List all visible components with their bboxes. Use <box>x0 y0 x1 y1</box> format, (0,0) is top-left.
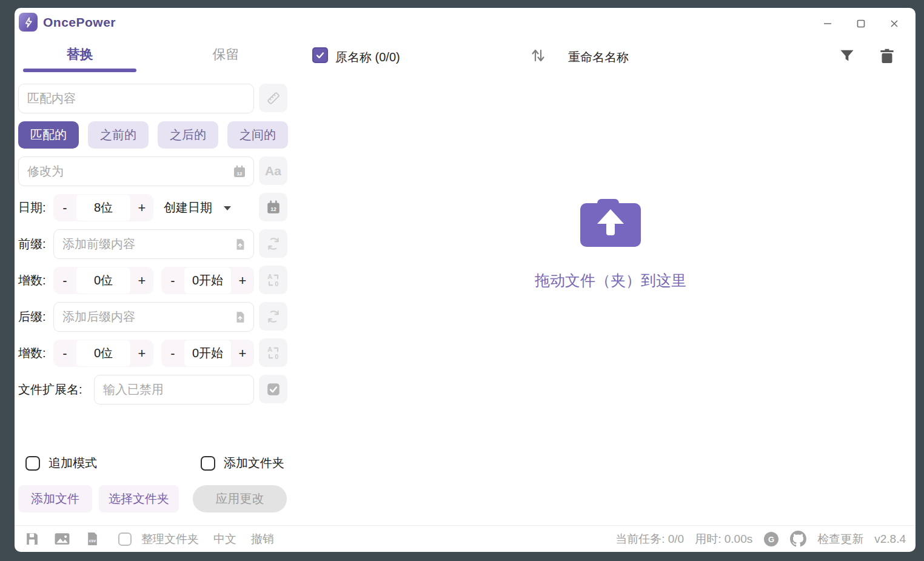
select-folder-button[interactable]: 选择文件夹 <box>99 485 179 512</box>
prefix-start-value: 0开始 <box>184 267 231 294</box>
status-bar: csv 整理文件夹 中文 撤销 当前任务: 0/0 用时: 0.00s G <box>15 525 916 552</box>
suffix-digits-stepper: - 0位 + <box>53 340 153 367</box>
extension-toggle-button[interactable] <box>259 375 287 403</box>
calendar-icon: 12 <box>266 200 281 215</box>
original-name-header: 原名称 (0/0) <box>335 49 400 66</box>
extension-label: 文件扩展名: <box>18 375 82 405</box>
maximize-icon <box>856 19 866 29</box>
suffix-start-stepper: - 0开始 + <box>161 340 254 367</box>
image-export-icon[interactable] <box>54 531 70 546</box>
prefix-start-minus[interactable]: - <box>161 267 184 294</box>
suffix-digits-minus[interactable]: - <box>53 340 76 367</box>
refresh-icon <box>266 236 281 252</box>
suffix-start-plus[interactable]: + <box>231 340 254 367</box>
mode-button-match[interactable]: 匹配的 <box>18 121 79 149</box>
mode-button-before[interactable]: 之前的 <box>88 121 149 149</box>
tab-keep[interactable]: 保留 <box>169 45 283 64</box>
case-icon: Aa <box>265 164 281 178</box>
prefix-loop-button[interactable] <box>259 229 287 258</box>
minimize-button[interactable] <box>816 16 839 32</box>
prefix-digits-value: 0位 <box>76 267 130 294</box>
prefix-start-stepper: - 0开始 + <box>161 267 254 294</box>
version-label: v2.8.4 <box>874 532 906 546</box>
insert-date-button[interactable]: 12 <box>259 193 287 221</box>
suffix-start-minus[interactable]: - <box>161 340 184 367</box>
organize-folder-label: 整理文件夹 <box>141 531 199 547</box>
lightning-icon <box>22 16 35 29</box>
apply-changes-button[interactable]: 应用更改 <box>193 485 287 512</box>
suffix-start-value: 0开始 <box>184 340 231 366</box>
date-digits-minus[interactable]: - <box>53 194 76 221</box>
prefix-input-wrap <box>53 229 254 259</box>
suffix-loop-button[interactable] <box>259 302 287 331</box>
date-digits-plus[interactable]: + <box>130 194 153 221</box>
tab-replace[interactable]: 替换 <box>23 45 136 64</box>
add-folder-option[interactable]: 添加文件夹 <box>201 455 284 471</box>
prefix-input[interactable] <box>53 229 254 259</box>
suffix-numbering-button[interactable]: A 0 <box>259 338 287 367</box>
filter-icon[interactable] <box>838 47 856 65</box>
append-mode-checkbox[interactable] <box>25 456 40 471</box>
suffix-input-wrap <box>53 302 254 332</box>
minimize-icon <box>823 19 832 29</box>
replace-input[interactable] <box>18 156 254 186</box>
app-window: OncePower 替换 保留 原名称 (0/0) 重命名名称 <box>15 8 916 552</box>
svg-text:0: 0 <box>275 280 278 287</box>
language-toggle[interactable]: 中文 <box>213 531 236 547</box>
prefix-digits-plus[interactable]: + <box>130 267 153 294</box>
svg-text:csv: csv <box>89 539 96 543</box>
add-files-button[interactable]: 添加文件 <box>18 485 92 512</box>
undo-button[interactable]: 撤销 <box>251 531 274 547</box>
select-all-checkbox[interactable] <box>312 47 328 63</box>
a-to-zero-icon: A 0 <box>266 272 281 288</box>
ruler-icon <box>266 90 281 106</box>
svg-text:12: 12 <box>270 206 276 212</box>
csv-export-icon[interactable]: csv <box>85 531 100 546</box>
suffix-increment-label: 增数: <box>18 338 46 368</box>
chevron-down-icon <box>223 205 232 211</box>
replace-input-wrap: 12 <box>18 156 254 186</box>
check-update-link[interactable]: 检查更新 <box>817 531 863 547</box>
prefix-digits-minus[interactable]: - <box>53 267 76 294</box>
github-icon[interactable] <box>790 531 806 547</box>
suffix-digits-plus[interactable]: + <box>130 340 153 367</box>
prefix-increment-label: 增数: <box>18 266 46 295</box>
prefix-start-plus[interactable]: + <box>231 267 254 294</box>
gitee-icon[interactable]: G <box>763 531 779 547</box>
window-controls <box>806 16 906 32</box>
append-mode-option[interactable]: 追加模式 <box>25 455 97 471</box>
drop-zone[interactable]: 拖动文件（夹）到这里 <box>306 93 916 396</box>
extension-input-wrap <box>94 375 254 405</box>
check-icon <box>315 50 325 60</box>
organize-folder-checkbox[interactable] <box>118 532 132 546</box>
ruler-button[interactable] <box>259 84 287 112</box>
date-type-value: 创建日期 <box>164 200 212 216</box>
close-button[interactable] <box>883 16 906 32</box>
match-input[interactable] <box>18 84 254 113</box>
mode-button-after[interactable]: 之后的 <box>158 121 218 149</box>
close-icon <box>889 19 899 29</box>
date-type-select[interactable]: 创建日期 <box>164 193 232 223</box>
trash-icon[interactable] <box>878 47 896 65</box>
maximize-button[interactable] <box>849 16 872 32</box>
folder-upload-icon <box>580 199 641 247</box>
prefix-digits-stepper: - 0位 + <box>53 267 153 294</box>
mode-button-between[interactable]: 之间的 <box>227 121 288 149</box>
case-button[interactable]: Aa <box>259 156 287 185</box>
prefix-numbering-button[interactable]: A 0 <box>259 266 287 294</box>
a-to-zero-icon: A 0 <box>266 345 281 361</box>
checked-box-icon <box>266 381 281 397</box>
add-folder-checkbox[interactable] <box>201 456 215 471</box>
suffix-input[interactable] <box>53 302 254 332</box>
suffix-digits-value: 0位 <box>76 340 130 366</box>
app-logo <box>19 13 38 32</box>
elapsed-time: 用时: 0.00s <box>695 531 752 547</box>
append-mode-label: 追加模式 <box>49 455 97 471</box>
sort-icon[interactable] <box>529 46 547 64</box>
app-title: OncePower <box>43 15 116 30</box>
save-icon[interactable] <box>24 531 39 546</box>
extension-input[interactable] <box>94 375 254 405</box>
renamed-header: 重命名名称 <box>568 49 629 66</box>
date-digits-stepper: - 8位 + <box>53 194 153 221</box>
match-input-wrap <box>18 84 254 113</box>
